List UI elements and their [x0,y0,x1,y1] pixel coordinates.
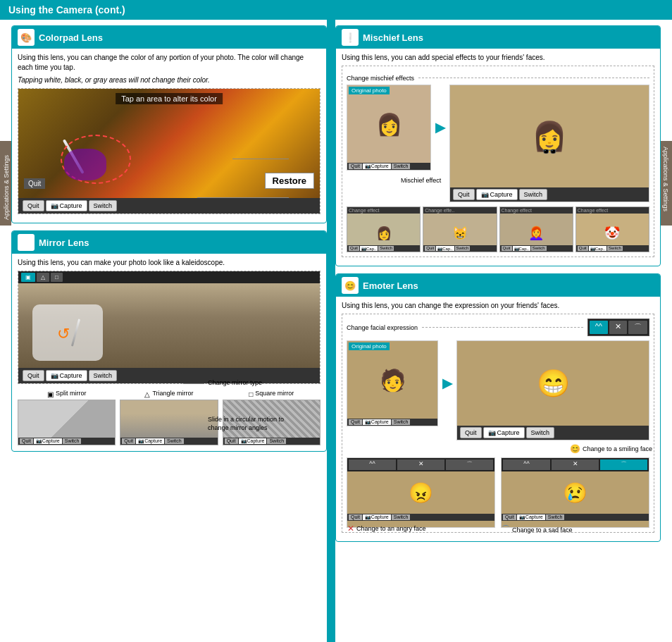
mirror-switch-btn[interactable]: Switch [89,370,118,381]
quit-overlay: Quit [24,178,45,189]
mischief-capture-label: Capture [490,191,513,198]
colorpad-btn-bar: Quit 📷 Capture Switch [18,198,320,214]
expr-smile-btn[interactable]: ^^ [590,321,608,334]
split-mirror-label-row: ▣ Split mirror [18,390,116,398]
column-divider [327,20,335,642]
side-tab-left: Applications & Settings [0,141,11,226]
emoter-result: 😁 Quit 📷 Capture Switch [456,340,649,440]
mischief-thumb-3: Change effect 👩‍🦰 Quit 📷Cap.. Switch [499,206,573,252]
emoter-sad-box: ^^ ✕ ⌒ 😢 Quit 📷Capture Switch ⌒ [501,457,649,528]
mirror-dashed-area: ▣ △ □ ↺ [18,271,321,384]
sad-face: 😢 [502,471,649,514]
circular-arrow: ↺ [57,325,70,343]
triangle-label: Triangle mirror [152,390,193,397]
mischief-dashed-area: Change mischief effects Original photo 👩 [342,66,654,257]
camera-icon: 📷 [51,202,58,209]
expr-line [422,327,583,328]
emoter-original: Original photo 🧑 Quit 📷Capture Switch [347,340,438,426]
sad-expr-bar: ^^ ✕ ⌒ [502,458,649,471]
emoter-bottom-row: ^^ ✕ ⌒ 😠 Quit 📷Capture Switch ✕ [347,457,649,528]
mischief-btn-bar: Quit 📷 Capture Switch [450,187,649,202]
mirror-btn-bar: Quit 📷 Capture Switch [18,368,320,383]
colorpad-camera-view: Tap an area to alter its color Restore [18,89,320,214]
mirror-type-bar: ▣ △ □ [18,271,320,283]
restore-overlay: Restore [265,173,314,189]
colorpad-icon: 🎨 [20,32,32,43]
mischief-quit-btn[interactable]: Quit [453,189,475,200]
emoter-orig-label: Original photo [349,342,390,350]
mirror-split-btn[interactable]: ▣ [21,273,35,282]
mischief-capture-btn[interactable]: 📷 Capture [476,189,518,200]
sad-icon: ⌒ [502,524,510,536]
mischief-icon: ❕ [344,32,356,43]
expr-sad-btn[interactable]: ⌒ [628,321,647,334]
mischief-cam-icon: 📷 [481,191,489,198]
mischief-arrow: ▶ [435,120,445,135]
emoter-switch-btn[interactable]: Switch [526,427,555,438]
header-title: Using the Camera (cont.) [8,4,125,16]
smile-icon: 😊 [570,444,580,454]
square-mirror-label-row: □ Square mirror [223,390,321,398]
triangle-mirror-thumb: Quit 📷Capture Switch [120,400,218,445]
change-expr-label: Change facial expression [347,324,418,331]
mischief-header: ❕ Mischief Lens [336,26,660,49]
colorpad-quit-btn[interactable]: Quit [23,200,44,211]
mischief-section: ❕ Mischief Lens Using this lens, you can… [335,25,661,266]
emoter-result-face: 😁 [457,341,649,426]
colorpad-desc: Using this lens, you can change the colo… [18,53,321,73]
emoter-main-view: Original photo 🧑 Quit 📷Capture Switch ▶ [347,340,649,440]
restore-label: Restore [273,175,306,186]
emoter-icon: 😊 [344,280,356,291]
mirror-quit-btn[interactable]: Quit [23,370,44,381]
angry-expr-bar: ^^ ✕ ⌒ [347,458,494,471]
emoter-title: Emoter Lens [363,280,418,291]
smile-annotation: 😊 Change to a smiling face [570,444,652,454]
change-effects-label: Change mischief effects [347,75,414,82]
mischief-desc: Using this lens, you can add special eff… [342,53,654,63]
mirror-type-annotation: Change mirror type [208,379,262,386]
angry-face: 😠 [347,471,494,514]
square-icon: □ [249,390,253,398]
capture-label: Capture [60,202,82,209]
colorpad-capture-btn[interactable]: 📷 Capture [46,200,87,211]
mirror-capture-btn[interactable]: 📷 Capture [46,370,87,381]
mischief-result: Change effect 👩 🕶️ Mischief effect Quit [449,85,649,202]
mirror-slide-annotation: Slide in a circular motion to change mir… [208,416,299,432]
mirror-capture-label: Capture [60,372,82,379]
mirror-icon-box: ⊛ [18,234,35,251]
split-thumb-bar: Quit 📷Capture Switch [18,438,115,445]
colorpad-icon-box: 🎨 [18,29,35,46]
mirror-sq-btn[interactable]: □ [51,273,63,282]
emoter-capture-btn[interactable]: 📷 Capture [483,427,525,438]
change-effects-row: Change mischief effects [347,70,649,82]
side-tab-right: Applications & Settings [661,141,672,226]
mischief-thumbs: Change effect 👩 Quit 📷Cap.. Switch Chang… [347,206,649,252]
mischief-orig-face: 👩 [347,85,430,163]
mirror-camera-icon: 📷 [51,372,58,379]
mischief-thumb-2: Change effe.. 😸 Quit 📷Cap.. Switch [423,206,497,252]
angry-annotation: ✕ Change to an angry face [347,524,494,533]
orig-label: Original photo [349,87,390,94]
emoter-quit-btn[interactable]: Quit [460,427,482,438]
restore-line [232,159,289,159]
triangle-mirror-label-row: △ Triangle mirror [120,390,218,398]
colorpad-switch-btn[interactable]: Switch [89,200,118,211]
tap-line [197,197,289,198]
emoter-arrow: ▶ [442,376,452,391]
colorpad-section: 🎨 Colorpad Lens Using this lens, you can… [11,25,327,223]
mischief-effect-label: Mischief effect [401,177,441,184]
mirror-tri-btn[interactable]: △ [37,273,49,282]
emoter-btn-bar: Quit 📷 Capture Switch [457,426,649,440]
mischief-original: Original photo 👩 Quit 📷Capture Switch [347,85,431,171]
sad-annotation: ⌒ Change to a sad face [502,524,649,536]
camera-label-bar: Tap an area to alter its color [116,93,223,104]
emoter-section: 😊 Emoter Lens Using this lens, you can c… [335,273,661,542]
split-mirror-item: ▣ Split mirror Quit 📷Capture Switch [18,390,116,445]
colorpad-header: 🎨 Colorpad Lens [12,26,326,49]
expr-angry-btn[interactable]: ✕ [609,321,627,334]
mischief-thumb-4: Change effect 🤡 Quit 📷Cap.. Switch [575,206,649,252]
mirror-header: ⊛ Mirror Lens [12,231,326,254]
mischief-switch-btn[interactable]: Switch [519,189,548,200]
mischief-result-face: 👩 🕶️ [450,85,649,187]
expr-selector-bar: ^^ ✕ ⌒ [587,319,649,336]
